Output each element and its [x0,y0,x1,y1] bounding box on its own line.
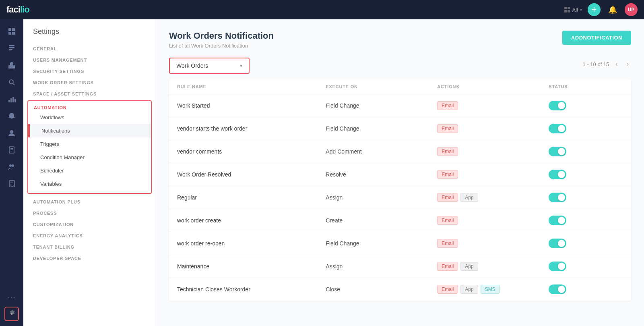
col-rule-name: RULE NAME [177,84,326,89]
rule-name-cell: Work Started [177,102,326,109]
analytics-icon[interactable] [4,92,19,106]
status-toggle[interactable] [549,284,566,294]
section-process[interactable]: PROCESS [23,207,156,218]
section-users-management[interactable]: USERS MANAGEMENT [23,54,156,65]
sidebar-item-triggers[interactable]: Triggers [28,137,151,151]
table-row[interactable]: Work Started Field Change Email [169,94,631,117]
status-toggle[interactable] [549,193,566,202]
table-row[interactable]: vendor comments Add Comment Email [169,140,631,163]
table-row[interactable]: Maintenance Assign Email App [169,255,631,278]
alarms-icon[interactable] [4,109,19,123]
table-row[interactable]: work order create Create Email [169,209,631,232]
svg-rect-14 [10,98,12,102]
section-automation-header[interactable]: AUTOMATION [28,104,151,111]
svg-rect-25 [10,184,12,185]
section-energy-analytics[interactable]: ENERGY ANALYTICS [23,229,156,241]
vendors-icon[interactable] [4,160,19,174]
sidebar-item-variables[interactable]: Variables [28,177,151,191]
execute-on-cell: Field Change [326,102,437,109]
chevron-down-icon: ▾ [240,63,242,69]
rule-name-cell: Maintenance [177,263,326,270]
dashboard-icon[interactable] [4,24,19,39]
add-button[interactable]: + [588,3,601,16]
svg-rect-9 [9,47,14,48]
table-row[interactable]: Work Order Resolved Resolve Email [169,163,631,186]
table-header: RULE NAME EXECUTE ON ACTIONS STATUS [169,79,631,94]
add-notification-button[interactable]: ADDNOTIFICATION [562,31,631,45]
page-title: Work Orders Notification [169,31,274,41]
svg-rect-15 [12,97,14,102]
sms-badge: SMS [481,285,500,294]
svg-rect-3 [568,10,570,12]
rule-name-cell: Work Order Resolved [177,171,326,178]
execute-on-cell: Create [326,217,437,224]
svg-rect-11 [8,65,15,69]
execute-on-cell: Resolve [326,171,437,178]
status-toggle[interactable] [549,239,566,248]
email-badge: Email [437,285,458,294]
table-row[interactable]: vendor starts the work order Field Chang… [169,117,631,140]
status-toggle[interactable] [549,124,566,133]
app-badge: App [460,285,478,294]
section-general[interactable]: GENERAL [23,42,156,54]
svg-point-12 [9,80,13,84]
invoices-icon[interactable] [4,176,19,191]
section-work-order-settings[interactable]: WORK ORDER SETTINGS [23,76,156,87]
status-toggle[interactable] [549,147,566,156]
status-cell [549,147,623,156]
sidebar-item-workflows[interactable]: Workflows [28,111,151,124]
user-avatar[interactable]: UP [625,3,638,16]
actions-cell: Email [437,239,549,248]
status-cell [549,124,623,133]
notifications-bell[interactable]: 🔔 [606,3,619,16]
svg-rect-8 [9,45,14,46]
module-dropdown[interactable]: Work Orders ▾ [169,58,250,74]
more-icon[interactable]: ··· [4,290,19,304]
settings-icon[interactable] [4,307,19,321]
table-row[interactable]: Regular Assign Email App [169,186,631,209]
automation-section: AUTOMATION Workflows Notifications Trigg… [27,100,152,194]
section-developer-space[interactable]: DEVELOPER SPACE [23,252,156,263]
settings-sidebar: Settings GENERAL USERS MANAGEMENT SECURI… [23,19,156,326]
settings-title: Settings [23,27,156,42]
assets-icon[interactable] [4,58,19,73]
svg-rect-7 [12,32,15,35]
pagination-prev-button[interactable]: ‹ [613,60,620,69]
users-icon[interactable] [4,126,19,140]
status-toggle[interactable] [549,262,566,271]
actions-cell: Email App SMS [437,285,549,294]
sidebar-item-notifications[interactable]: Notifications [28,124,151,137]
status-toggle[interactable] [549,170,566,179]
inspections-icon[interactable] [4,75,19,89]
all-sites-dropdown[interactable]: All ▾ [564,6,582,13]
rule-name-cell: vendor starts the work order [177,125,326,132]
content-header: Work Orders Notification List of all Wor… [169,31,631,49]
app-logo[interactable]: facilio [6,4,29,15]
email-badge: Email [437,216,458,225]
rule-name-cell: work order re-open [177,240,326,247]
table-row[interactable]: Technician Closes Workorder Close Email … [169,278,631,301]
work-orders-icon[interactable] [4,41,19,56]
svg-rect-20 [10,150,13,150]
section-tenant-billing[interactable]: TENANT BILLING [23,241,156,252]
email-badge: Email [437,193,458,202]
section-automation-plus[interactable]: AUTOMATION PLUS [23,195,156,207]
status-cell [549,101,623,110]
execute-on-cell: Assign [326,194,437,201]
sidebar-item-condition-manager[interactable]: Condition Manager [28,151,151,164]
section-customization[interactable]: CUSTOMIZATION [23,218,156,229]
reports-icon[interactable] [4,143,19,157]
svg-rect-10 [9,49,12,50]
section-space-asset-settings[interactable]: SPACE / ASSET SETTINGS [23,87,156,99]
section-security-settings[interactable]: SECURITY SETTINGS [23,65,156,76]
svg-rect-0 [564,7,567,9]
status-toggle[interactable] [549,216,566,225]
sidebar-item-scheduler[interactable]: Scheduler [28,164,151,177]
pagination-next-button[interactable]: › [624,60,631,69]
svg-rect-16 [14,99,16,102]
pagination-text: 1 - 10 of 15 [583,61,609,67]
top-navigation: facilio All ▾ + 🔔 UP [0,0,644,19]
status-toggle[interactable] [549,101,566,110]
app-badge: App [460,262,478,271]
table-row[interactable]: work order re-open Field Change Email [169,232,631,255]
